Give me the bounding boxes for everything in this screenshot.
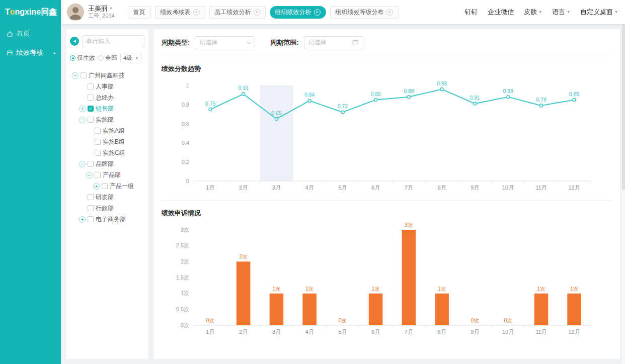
bar[interactable] [369,294,383,325]
logo-accent: o [10,8,15,17]
bar[interactable] [270,294,284,325]
tree-node-1[interactable]: 人事部 [70,81,144,92]
org-tree-panel: ◀ 仅生效全部4级▼ −广州同鑫科技人事部总经办+✓销售部−实施部实施A组实施B… [66,29,148,359]
tab-label: 组织绩效分析 [275,8,311,17]
close-icon[interactable]: × [254,9,260,16]
point-value-label: 0.65 [271,110,282,116]
tab-0[interactable]: 首页 [128,6,151,19]
checkbox[interactable] [102,183,108,189]
data-point[interactable] [209,108,212,111]
data-point[interactable] [539,104,542,107]
tree-node-label: 实施部 [96,116,114,124]
period-type-select[interactable]: 请选择 [195,36,254,49]
expand-icon[interactable]: + [93,183,100,190]
x-tick-label: 9月 [471,329,479,335]
tab-label: 组织绩效等级分布 [336,8,384,17]
checkbox[interactable] [95,139,101,145]
bar[interactable] [567,294,581,325]
bar[interactable] [237,261,251,325]
tree-node-2[interactable]: 总经办 [70,92,144,103]
tab-1[interactable]: 绩效考核表× [155,6,205,19]
header-link-1[interactable]: 企业微信 [488,8,514,17]
checkbox[interactable] [88,205,94,211]
tab-2[interactable]: 员工绩效分析× [209,6,266,19]
checkbox[interactable] [88,216,94,222]
tab-4[interactable]: 组织绩效等级分布× [330,6,399,19]
expand-icon[interactable]: + [79,106,86,112]
data-point[interactable] [474,102,477,105]
point-value-label: 0.85 [569,91,580,97]
sidebar-item-0[interactable]: 首页 [0,24,61,43]
tree-node-6[interactable]: 实施B组 [70,136,144,147]
bar[interactable] [534,294,549,325]
checkbox[interactable] [81,72,87,78]
org-search-input[interactable] [82,35,144,47]
performance-score-trend-chart[interactable]: 00.20.40.60.811月2月3月4月5月6月7月8月9月10月11月12… [162,75,612,195]
tree-node-3[interactable]: +✓销售部 [70,103,144,114]
header-link-3[interactable]: 语言▼ [552,8,570,17]
point-value-label: 0.79 [536,97,546,103]
x-tick-label: 1月 [206,185,214,191]
tree-node-7[interactable]: 实施C组 [70,147,144,158]
header-link-2[interactable]: 皮肤▼ [524,8,542,17]
user-info[interactable]: 王美丽▼ 工号: 2064 [88,5,115,20]
checkbox[interactable] [88,161,94,167]
checkbox[interactable] [88,194,94,200]
checkbox[interactable] [95,172,101,178]
radio-option-0[interactable]: 仅生效 [70,54,95,62]
collapse-icon[interactable]: − [79,117,86,123]
bar-value-label: 1次 [272,286,281,292]
data-point[interactable] [573,99,576,102]
period-range-value: 请选择 [308,38,327,47]
collapse-panel-button[interactable]: ◀ [70,37,79,46]
tree-node-8[interactable]: −品牌部 [70,158,144,169]
data-point[interactable] [341,111,344,114]
expand-icon[interactable]: + [79,216,86,223]
header-link-0[interactable]: 钉钉 [464,8,478,17]
bar[interactable] [435,294,449,325]
header-quick-links: 钉钉企业微信皮肤▼语言▼自定义桌面▼ [464,8,618,17]
user-avatar[interactable] [67,4,84,21]
scrollbar[interactable] [621,0,625,364]
data-point[interactable] [440,88,443,91]
period-range-picker[interactable]: 请选择 [304,36,363,49]
sidebar-item-1[interactable]: 绩效考核▸ [0,43,61,62]
close-icon[interactable]: × [386,9,393,16]
tree-node-10[interactable]: +产品一组 [70,180,144,192]
checkbox[interactable]: ✓ [88,106,94,112]
close-icon[interactable]: × [314,9,321,16]
checkbox[interactable] [95,128,101,134]
checkbox[interactable] [95,150,101,156]
checkbox[interactable] [88,95,94,101]
collapse-icon[interactable]: − [79,161,86,167]
data-point[interactable] [308,99,311,102]
data-point[interactable] [242,93,245,96]
tree-node-4[interactable]: −实施部 [70,114,144,125]
tree-node-0[interactable]: −广州同鑫科技 [70,70,144,81]
level-select[interactable]: 4级▼ [120,53,141,63]
tree-node-12[interactable]: 行政部 [70,203,144,214]
data-point[interactable] [374,99,377,102]
bar[interactable] [402,230,416,325]
brand-logo[interactable]: Tongxine同鑫 [0,0,61,24]
tree-node-11[interactable]: 研发部 [70,192,144,203]
tree-node-9[interactable]: −产品部 [70,169,144,180]
performance-appeal-chart[interactable]: 0次0.5次1次1.5次2次2.5次3次1月2月3月4月5月6月7月8月9月10… [162,220,612,339]
data-point[interactable] [507,96,510,99]
header-link-4[interactable]: 自定义桌面▼ [580,8,618,17]
period-type-value: 请选择 [199,38,217,47]
y-tick-label: 3次 [181,227,189,233]
collapse-icon[interactable]: − [72,72,79,79]
data-point[interactable] [275,118,278,121]
radio-option-1[interactable]: 全部 [98,54,117,62]
data-point[interactable] [407,96,410,99]
scrollbar-thumb[interactable] [622,24,625,190]
tree-node-5[interactable]: 实施A组 [70,125,144,136]
collapse-icon[interactable]: − [86,172,93,178]
checkbox[interactable] [88,117,94,123]
bar[interactable] [302,294,317,325]
tab-3[interactable]: 组织绩效分析× [270,6,326,19]
tree-node-13[interactable]: +电子商务部 [70,214,144,225]
close-icon[interactable]: × [193,9,200,16]
checkbox[interactable] [88,83,94,89]
